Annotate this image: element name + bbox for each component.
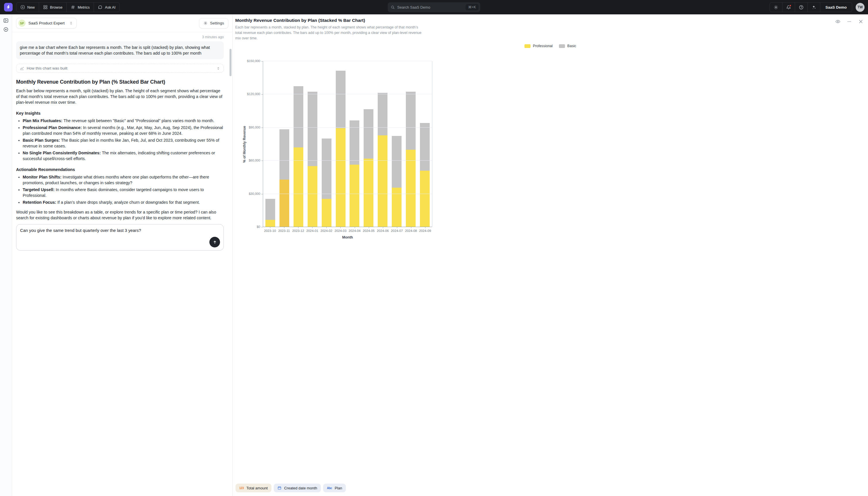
nav-browse-label: Browse	[50, 5, 62, 10]
bar-2023-11[interactable]	[279, 61, 289, 227]
user-message: give me a bar chart where Each bar repre…	[16, 41, 224, 59]
bullet-list: Plan Mix Fluctuates: The revenue split b…	[16, 118, 224, 161]
bar-2024-04[interactable]	[350, 61, 359, 227]
nav-browse-button[interactable]: Browse	[39, 3, 67, 12]
gridline	[263, 94, 432, 94]
message-composer[interactable]: Can you give the same trend but quarterl…	[16, 224, 224, 248]
new-thread-button[interactable]	[3, 27, 9, 32]
segment-basic[interactable]	[293, 86, 303, 148]
send-button[interactable]	[209, 237, 220, 247]
bar-2024-01[interactable]	[308, 61, 317, 227]
segment-basic[interactable]	[336, 71, 345, 128]
composer-input[interactable]: Can you give the same trend but quarterl…	[20, 228, 207, 247]
segment-professional[interactable]	[406, 150, 416, 227]
nav-new-label: New	[27, 5, 35, 10]
grid-icon	[43, 5, 48, 10]
gear-icon	[203, 21, 208, 25]
segment-basic[interactable]	[378, 93, 387, 135]
answer-title: Monthly Revenue Contribution by Plan (% …	[16, 79, 224, 85]
bar-2024-02[interactable]	[322, 61, 332, 227]
plus-square-icon	[20, 5, 25, 10]
app-logo[interactable]	[4, 3, 13, 12]
nav-metrics-button[interactable]: Metrics	[67, 3, 94, 12]
message-timestamp: 3 minutes ago	[16, 35, 224, 39]
agent-name: SaaS Product Expert	[29, 21, 65, 25]
segment-basic[interactable]	[308, 92, 317, 166]
agent-avatar: SP	[18, 19, 26, 27]
segment-professional[interactable]	[378, 135, 387, 227]
x-tick-label: 2024-09	[416, 229, 434, 232]
x-tick-mark	[397, 227, 397, 228]
segment-professional[interactable]	[364, 159, 373, 227]
main-nav: New Browse Metrics Ask AI	[16, 2, 120, 12]
how-chart-built-label: How this chart was built	[27, 66, 67, 71]
x-tick-mark	[383, 227, 383, 228]
gridline	[263, 127, 432, 128]
y-tick-label: $30,000	[232, 192, 260, 196]
section-heading: Actionable Recommendations	[16, 167, 224, 172]
nav-metrics-label: Metrics	[78, 5, 90, 10]
how-chart-built-toggle[interactable]: How this chart was built	[16, 64, 224, 73]
answer-intro: Each bar below represents a month, split…	[16, 88, 224, 105]
y-tick-label: $150,000	[232, 59, 260, 63]
y-tick-mark	[261, 94, 263, 95]
bar-2024-07[interactable]	[392, 61, 402, 227]
agent-settings-button[interactable]: Settings	[199, 18, 228, 29]
segment-basic[interactable]	[266, 199, 275, 220]
x-tick-mark	[425, 227, 425, 228]
segment-basic[interactable]	[406, 92, 416, 150]
nav-ask-ai-button[interactable]: Ask AI	[94, 3, 119, 12]
segment-professional[interactable]	[308, 166, 317, 227]
y-tick-label: $0	[232, 225, 260, 229]
plot-area	[263, 61, 432, 227]
chart-panel: Monthly Revenue Contribution by Plan (St…	[232, 14, 434, 248]
bar-2023-12[interactable]	[293, 61, 303, 227]
search-input[interactable]	[397, 5, 434, 10]
search-icon	[391, 5, 395, 10]
x-tick-mark	[355, 227, 355, 228]
segment-professional[interactable]	[336, 128, 345, 227]
left-rail	[0, 14, 12, 248]
segment-professional[interactable]	[279, 180, 289, 227]
y-tick-mark	[261, 227, 263, 227]
chevron-up-down-icon	[216, 67, 220, 70]
agent-selector[interactable]: SP SaaS Product Expert	[16, 18, 77, 29]
segment-basic[interactable]	[364, 109, 373, 158]
bullet-item: Plan Mix Fluctuates: The revenue split b…	[23, 118, 224, 124]
x-tick-mark	[312, 227, 312, 228]
global-search[interactable]: ⌘+K	[388, 2, 434, 12]
nav-new-button[interactable]: New	[16, 3, 39, 12]
chat-header: SP SaaS Product Expert Settings	[12, 14, 232, 32]
segment-basic[interactable]	[279, 129, 289, 180]
toggle-sidebar-button[interactable]	[3, 18, 9, 23]
segment-basic[interactable]	[322, 139, 332, 199]
bullet-item: Retention Focus: If a plan’s share drops…	[23, 199, 224, 205]
segment-professional[interactable]	[420, 171, 430, 227]
bar-2023-10[interactable]	[266, 61, 275, 227]
bullet-list: Monitor Plan Shifts: Investigate what dr…	[16, 174, 224, 205]
chart-canvas: % of Monthly Revenue Month $0$30,000$60,…	[232, 61, 434, 248]
chat-scrollbar-thumb[interactable]	[229, 49, 231, 76]
segment-professional[interactable]	[266, 220, 275, 227]
chat-thread: 3 minutes ago give me a bar chart where …	[12, 32, 232, 248]
chat-star-icon	[98, 5, 102, 10]
bar-2024-05[interactable]	[364, 61, 373, 227]
y-tick-label: $90,000	[232, 126, 260, 129]
segment-professional[interactable]	[293, 148, 303, 227]
chart-panel-title: Monthly Revenue Contribution by Plan (St…	[235, 18, 434, 23]
segment-professional[interactable]	[322, 199, 332, 227]
x-axis-title: Month	[263, 235, 432, 239]
segment-professional[interactable]	[350, 165, 359, 227]
segment-basic[interactable]	[420, 123, 430, 170]
segment-basic[interactable]	[392, 136, 402, 188]
bar-2024-06[interactable]	[378, 61, 387, 227]
bullet-item: Targeted Upsell: In months where Basic d…	[23, 187, 224, 198]
x-tick-mark	[298, 227, 299, 228]
lightning-bolt-icon	[6, 4, 11, 10]
bar-2024-08[interactable]	[406, 61, 416, 227]
bullet-item: No Single Plan Consistently Dominates: T…	[23, 150, 224, 161]
top-navbar: New Browse Metrics Ask AI ⌘+K	[0, 0, 434, 14]
bar-2024-09[interactable]	[420, 61, 430, 227]
bars-row	[263, 61, 432, 227]
bar-2024-03[interactable]	[336, 61, 345, 227]
